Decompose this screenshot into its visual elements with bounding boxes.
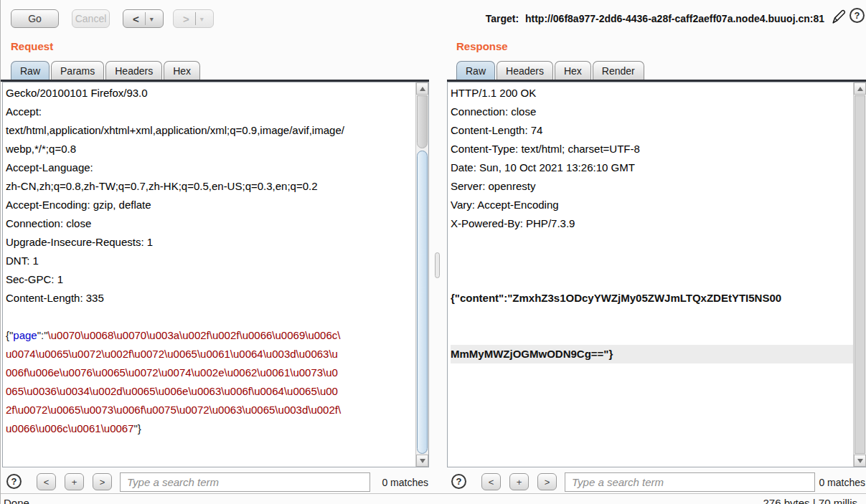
go-button[interactable]: Go [11, 9, 59, 28]
request-body-text: {"page":"\u0070\u0068\u0070\u003a\u002f\… [3, 326, 428, 438]
request-tabs: Raw Params Headers Hex [11, 60, 200, 80]
response-tab-hex[interactable]: Hex [555, 61, 591, 80]
response-body-line: {"content":"ZmxhZ3s1ODcyYWZjMy05ZWJmLTQx… [451, 289, 866, 308]
request-scrollbar[interactable] [415, 82, 428, 467]
request-editor[interactable]: Gecko/20100101 Firefox/93.0 Accept: text… [2, 82, 429, 467]
search-next-button[interactable]: > [93, 473, 112, 490]
scrollbar-thumb[interactable] [417, 151, 428, 454]
json-value-unicode-escaped: \u0070\u0068\u0070\u003a\u002f\u002f\u00… [6, 329, 341, 434]
response-headers-text: HTTP/1.1 200 OK Connection: close Conten… [448, 82, 866, 233]
request-tab-hex[interactable]: Hex [164, 61, 200, 80]
search-next-button[interactable]: > [537, 473, 557, 490]
statusbar-divider [1, 493, 866, 494]
response-body-text: {"content":"ZmxhZ3s1ODcyYWZjMy05ZWJmLTQx… [448, 252, 866, 401]
request-tab-raw[interactable]: Raw [11, 61, 50, 80]
forward-request-split-button[interactable]: > ▾ [173, 9, 214, 28]
help-icon[interactable]: ? [849, 8, 865, 23]
response-body-line-highlighted: MmMyMWZjOGMwODN9Cg=="} [451, 345, 865, 363]
scroll-up-button[interactable] [854, 82, 866, 95]
target-line: Target: http://06f8a977-2dd6-4436-a28f-c… [486, 13, 824, 24]
triangle-down-icon [420, 459, 425, 463]
triangle-down-icon [857, 459, 863, 463]
request-tab-params[interactable]: Params [51, 61, 104, 80]
status-done-text: Done [4, 497, 29, 504]
burp-repeater-window: { "toolbar": { "go_label": "Go", "cancel… [0, 0, 866, 504]
edit-target-pencil-icon[interactable] [829, 8, 847, 26]
scrollbar-thumb[interactable] [855, 95, 865, 454]
scroll-down-button[interactable] [416, 455, 428, 467]
search-help-icon[interactable]: ? [6, 474, 22, 489]
scroll-up-button[interactable] [416, 82, 428, 95]
target-label: Target: [486, 13, 519, 24]
response-tab-headers[interactable]: Headers [496, 61, 553, 80]
response-editor[interactable]: HTTP/1.1 200 OK Connection: close Conten… [447, 82, 866, 467]
pane-splitter-handle[interactable] [435, 252, 440, 278]
json-open-brace: {" [6, 329, 13, 341]
triangle-up-icon [420, 87, 425, 91]
json-separator: ":" [37, 329, 48, 341]
split-divider [145, 12, 146, 25]
search-add-button[interactable]: + [509, 473, 529, 490]
response-pane-title: Response [456, 40, 508, 52]
search-prev-button[interactable]: < [37, 473, 56, 490]
request-pane-title: Request [11, 40, 53, 52]
response-tab-render[interactable]: Render [593, 61, 644, 80]
status-bytes-millis-text: 276 bytes | 70 millis [763, 497, 857, 504]
back-request-split-button[interactable]: < ▾ [123, 9, 164, 28]
chevron-down-icon[interactable]: ▾ [200, 15, 204, 23]
split-divider [195, 12, 196, 25]
scroll-down-button[interactable] [854, 455, 866, 467]
request-headers-text: Gecko/20100101 Firefox/93.0 Accept: text… [3, 82, 428, 308]
json-close-brace: "} [134, 422, 141, 434]
scrollbar-track-upper[interactable] [417, 95, 428, 148]
response-tab-raw[interactable]: Raw [456, 61, 495, 80]
triangle-up-icon [857, 87, 863, 91]
response-scrollbar[interactable] [853, 82, 866, 467]
response-tabs: Raw Headers Hex Render [456, 60, 644, 80]
cancel-button[interactable]: Cancel [72, 9, 110, 28]
request-tab-headers[interactable]: Headers [105, 61, 162, 80]
request-search-input[interactable] [120, 472, 370, 492]
forward-arrow-icon: > [183, 13, 189, 25]
request-search-matches: 0 matches [377, 477, 428, 488]
search-prev-button[interactable]: < [481, 473, 501, 490]
json-key-page: page [13, 329, 37, 341]
search-add-button[interactable]: + [65, 473, 84, 490]
back-arrow-icon: < [133, 13, 139, 25]
response-search-matches: 0 matches [817, 477, 865, 488]
search-help-icon[interactable]: ? [451, 474, 466, 489]
target-url: http://06f8a977-2dd6-4436-a28f-caff2aeff… [525, 13, 824, 24]
response-search-input[interactable] [565, 472, 815, 492]
chevron-down-icon[interactable]: ▾ [150, 15, 154, 23]
